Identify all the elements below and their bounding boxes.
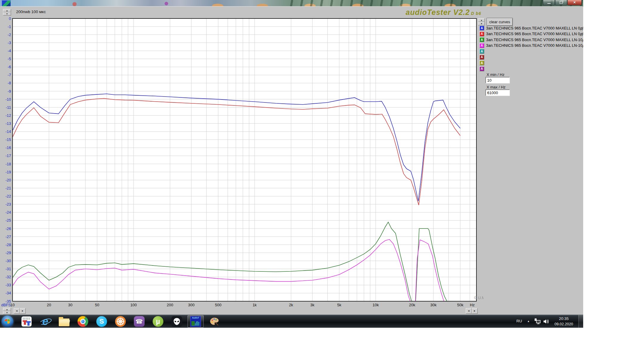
audiotester-icon: AudioT (190, 316, 201, 327)
taskbar-viber[interactable]: ☎ (131, 315, 147, 328)
ship-wheel-icon (115, 316, 126, 327)
x-tick-label: 30k (430, 303, 436, 307)
show-hidden-icons-button[interactable]: ▲ (527, 320, 530, 323)
x-max-input[interactable] (485, 89, 510, 96)
y-tick-label: -29 (5, 251, 11, 255)
x-tick-label: 500 (215, 303, 222, 307)
y-tick-label: -2 (7, 32, 11, 37)
taskbar-internet-explorer[interactable]: e (37, 315, 53, 328)
tv-program-icon (21, 316, 32, 327)
restore-button[interactable] (555, 0, 567, 5)
spin-up-button[interactable]: ▲ (478, 18, 485, 22)
up-arrow-icon: ▲ (6, 308, 8, 310)
curve-color-slot[interactable]: A (479, 66, 583, 71)
language-indicator[interactable]: RU (516, 319, 522, 323)
scroll-right-button[interactable]: ► (472, 308, 478, 314)
audiotester-window: ▲ ▼ 200nwb 100 мкс audioTester V2.2D b6 … (1, 6, 583, 315)
y-tick-label: -6 (7, 65, 11, 69)
spin-down-button[interactable]: ▼ (3, 311, 11, 314)
x-tick-label: 10k (373, 303, 379, 307)
y-tick-label: -23 (5, 202, 11, 206)
internet-explorer-icon: e (39, 316, 51, 327)
network-icon[interactable] (534, 318, 541, 326)
legend-label: Зап.TECHNICS 965 Восп.TEAC V7000 MAXELL … (486, 32, 583, 36)
x-tick-label: 300 (188, 303, 195, 307)
tray-clock[interactable]: 20:35 09.02.2020 (551, 316, 577, 327)
minimize-button[interactable] (543, 0, 555, 5)
y-tick-label: -34 (5, 291, 11, 295)
desktop-icon[interactable] (2, 0, 11, 7)
x-scroll-left-controls: ◄ ► (14, 308, 26, 314)
y-tick-label: -3 (7, 41, 11, 45)
curve-color-swatch[interactable]: A (479, 60, 484, 65)
taskbar-windows-explorer[interactable] (56, 315, 72, 328)
x-tick-label: 20k (409, 303, 415, 307)
up-arrow-icon: ▲ (481, 19, 483, 21)
window-caption-buttons: ✕ (543, 0, 582, 6)
right-arrow-icon: ► (21, 310, 24, 312)
curve-color-swatch[interactable]: A (479, 37, 484, 42)
y-tick-label: -22 (5, 194, 11, 198)
x-tick-label: 5k (337, 303, 341, 307)
y-tick-label: -25 (5, 218, 11, 223)
taskbar: e S ☎ µ (0, 315, 583, 328)
legend-list: AЗап.TECHNICS 965 Восп.TEAC V7000 MAXELL… (479, 26, 583, 72)
x-tick-label: 2k (289, 303, 293, 307)
curve-color-swatch[interactable]: A (479, 26, 484, 30)
y-tick-label: 0 (9, 16, 11, 21)
y-tick-label: -12 (5, 113, 11, 118)
y-axis-unit-label: dBFS (1, 303, 11, 307)
y-tick-label: -5 (7, 57, 11, 61)
curve-color-swatch[interactable]: A (479, 55, 484, 60)
curve-color-swatch[interactable]: A (479, 49, 484, 54)
skype-icon: S (96, 316, 107, 327)
volume-icon[interactable] (543, 318, 550, 326)
y-tick-label: -7 (7, 73, 11, 77)
curve-color-swatch[interactable]: A (479, 32, 484, 36)
curve-select-spinner: ▲ ▼ (478, 18, 485, 25)
curve-color-slot[interactable]: A (479, 55, 583, 60)
taskbar-paint-app[interactable] (206, 315, 222, 328)
close-button[interactable]: ✕ (567, 0, 582, 5)
legend-item[interactable]: AЗап.TECHNICS 965 Восп.TEAC V7000 MAXELL… (479, 37, 583, 42)
curve-color-swatch[interactable]: A (479, 43, 484, 48)
legend-item[interactable]: AЗап.TECHNICS 965 Восп.TEAC V7000 MAXELL… (479, 32, 583, 36)
y-tick-label: -30 (5, 259, 11, 263)
clear-curves-button[interactable]: clear curves (487, 18, 513, 26)
taskbar-utorrent[interactable]: µ (150, 315, 166, 328)
chrome-icon (78, 316, 88, 327)
y-tick-label: -4 (7, 49, 11, 53)
taskbar-audiotester-active[interactable]: AudioT (188, 315, 204, 328)
curve-color-slot[interactable]: A (479, 60, 583, 65)
x-min-input[interactable] (485, 77, 510, 83)
show-desktop-button[interactable] (578, 315, 583, 328)
start-button[interactable] (1, 316, 13, 327)
right-arrow-icon: ► (473, 310, 476, 312)
y-tick-label: -13 (5, 121, 11, 126)
scroll-left-button[interactable]: ◄ (14, 308, 20, 314)
taskbar-alien-app[interactable] (169, 315, 185, 328)
legend-item[interactable]: AЗап.TECHNICS 965 Восп.TEAC V7000 MAXELL… (479, 26, 583, 30)
restore-icon (560, 1, 563, 4)
taskbar-tv-program-app[interactable] (18, 315, 35, 328)
spin-down-button[interactable]: ▼ (478, 22, 485, 25)
curve-color-swatch[interactable]: A (479, 66, 484, 71)
spin-up-button[interactable]: ▲ (3, 308, 11, 311)
legend-item[interactable]: AЗап.TECHNICS 965 Восп.TEAC V7000 MAXELL… (479, 43, 583, 48)
scroll-left-button[interactable]: ◄ (466, 308, 472, 314)
desktop-screen: ✕ ▲ ▼ 200nwb 100 мкс audioTester V2.2D b… (0, 0, 583, 328)
legend-label: Зап.TECHNICS 965 Восп.TEAC V7000 MAXELL … (486, 43, 583, 48)
x-tick-label: 20 (47, 303, 51, 307)
y-tick-label: -18 (5, 162, 11, 166)
left-arrow-icon: ◄ (467, 310, 470, 312)
viber-phone-icon: ☎ (134, 316, 145, 327)
taskbar-settings-app[interactable] (112, 315, 129, 328)
taskbar-chrome[interactable] (75, 315, 91, 328)
taskbar-skype[interactable]: S (94, 315, 110, 328)
y-tick-label: -1 (7, 24, 11, 29)
scroll-right-button[interactable]: ► (20, 308, 26, 314)
paint-palette-icon (209, 316, 219, 327)
curve-color-slot[interactable]: A (479, 49, 583, 54)
watermark: © U.Mueller (474, 296, 484, 300)
x-tick-label: 1k (253, 303, 257, 307)
